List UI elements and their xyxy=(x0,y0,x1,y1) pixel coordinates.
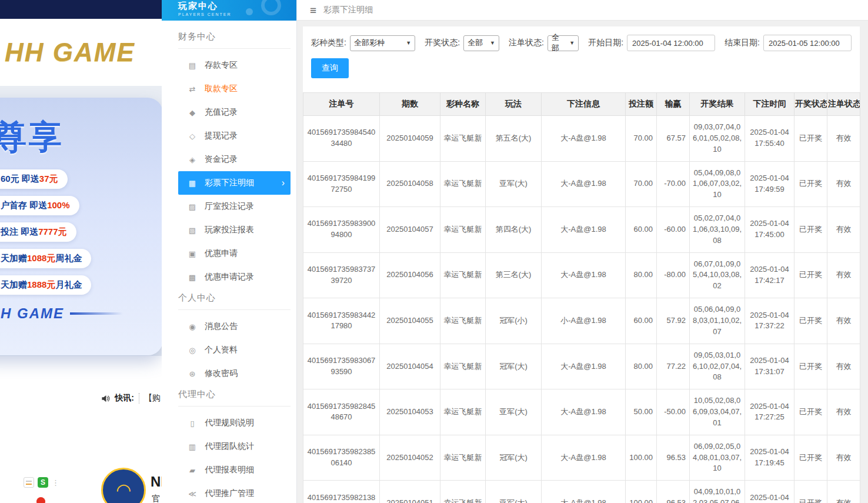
cell-play: 第五名(大) xyxy=(486,116,542,162)
cell-amount: 70.00 xyxy=(626,116,657,162)
column-header: 开奖状态 xyxy=(794,93,827,116)
sidebar-item-recharge-record[interactable]: ◆充值记录 xyxy=(178,101,291,124)
cell-bet_info: 大-A盘@1.98 xyxy=(542,435,626,481)
cell-result: 09,03,07,04,06,01,05,02,08,10 xyxy=(690,116,745,162)
cell-draw_status: 已开奖 xyxy=(794,435,827,481)
sidebar-item-label: 代理团队统计 xyxy=(205,441,285,452)
cell-period: 20250104052 xyxy=(380,435,440,481)
sidebar-item-deposit[interactable]: ▤存款专区 xyxy=(178,54,291,77)
sidebar-item-hall-bet-record[interactable]: ▨厅室投注记录 xyxy=(178,195,291,218)
lottery-type-select[interactable]: 全部彩种 ▼ xyxy=(350,35,415,51)
column-header: 输赢 xyxy=(657,93,690,116)
table-row: 40156917359823850614020250104052幸运飞艇新冠军(… xyxy=(303,435,860,481)
sidebar-item-promo-apply[interactable]: ▣优惠申请 xyxy=(178,242,291,265)
recharge-record-icon: ◆ xyxy=(188,108,197,117)
column-header: 玩法 xyxy=(486,93,542,116)
start-date-input[interactable] xyxy=(627,35,715,51)
sidebar-item-label: 取款专区 xyxy=(205,84,285,94)
start-date-label: 开始日期: xyxy=(588,38,623,48)
sidebar-item-password[interactable]: ⊛修改密码 xyxy=(178,362,291,385)
cell-amount: 80.00 xyxy=(626,344,657,389)
sidebar-item-funds-record[interactable]: ◈资金记录 xyxy=(178,148,291,171)
cell-draw_status: 已开奖 xyxy=(794,298,827,344)
cell-result: 04,09,10,01,02,03,05,07,06,08 xyxy=(690,481,745,503)
sidebar-item-lottery-bet-detail[interactable]: ▦彩票下注明细› xyxy=(178,171,291,195)
sidebar-item-profile[interactable]: ◎个人资料 xyxy=(178,338,291,362)
cell-play: 亚军(大) xyxy=(486,161,542,207)
ticker-text[interactable]: 【购 xyxy=(139,393,161,404)
records-panel: 彩种类型: 全部彩种 ▼ 开奖状态: 全部 ▼ 注单状态: 全部 ▼ xyxy=(303,26,860,503)
cell-bet_status: 有效 xyxy=(827,161,860,207)
team-logo: ◠ xyxy=(101,468,146,503)
cell-bet_status: 有效 xyxy=(827,389,860,435)
end-date-input[interactable] xyxy=(763,35,852,51)
sidebar-item-agent-team[interactable]: ▥代理团队统计 xyxy=(178,435,291,458)
cell-win_loss: -80.00 xyxy=(657,252,690,298)
promo-badge: 天加赠1088元周礼金 xyxy=(0,249,91,268)
hamburger-menu-icon[interactable]: ≡ xyxy=(310,5,316,16)
column-header: 彩种名称 xyxy=(440,93,486,116)
funds-record-icon: ◈ xyxy=(188,155,197,164)
end-date-label: 结束日期: xyxy=(725,38,760,48)
table-row: 40156917359839009480020250104057幸运飞艇新第四名… xyxy=(303,207,860,253)
cell-bet_status: 有效 xyxy=(827,252,860,298)
withdrawal-record-icon: ◇ xyxy=(188,132,197,141)
sidebar-item-agent-promotion[interactable]: ≪代理推广管理 xyxy=(178,482,291,503)
cell-bet_time: 2025-01-04 17:31:07 xyxy=(745,344,794,389)
cell-bet_status: 有效 xyxy=(827,344,860,389)
news-ticker: 快讯: 【购 xyxy=(0,388,162,408)
chevron-right-icon: › xyxy=(282,178,285,188)
promo-apply-icon: ▣ xyxy=(188,249,197,258)
promo-badge: 天加赠1888元月礼金 xyxy=(0,275,91,295)
agent-report-icon: ▰ xyxy=(188,466,197,475)
draw-status-select[interactable]: 全部 ▼ xyxy=(463,35,499,51)
site-logo: HH GAME xyxy=(5,38,135,67)
cell-result: 06,09,02,05,04,08,01,03,07,10 xyxy=(690,435,745,481)
cell-draw_status: 已开奖 xyxy=(794,207,827,253)
sidebar-item-label: 代理推广管理 xyxy=(205,488,285,499)
cell-lottery: 幸运飞艇新 xyxy=(440,344,486,389)
cell-amount: 60.00 xyxy=(626,207,657,253)
column-header: 注单状态 xyxy=(827,93,860,116)
cell-amount: 60.00 xyxy=(626,298,657,344)
cell-bet_time: 2025-01-04 17:49:59 xyxy=(745,161,794,207)
team-name: NE xyxy=(151,474,162,490)
promo-brand: H GAME xyxy=(1,305,162,322)
sidebar-item-announcement[interactable]: ◉消息公告 xyxy=(178,315,291,338)
bubble-decoration xyxy=(246,8,253,15)
sidebar-item-agent-rules[interactable]: ▯代理规则说明 xyxy=(178,411,291,435)
table-row: 40156917359830679359020250104054幸运飞艇新冠军(… xyxy=(303,344,860,389)
promo-badge-list: 60元 即送37元户首存 即送100%投注 即送7777元天加赠1088元周礼金… xyxy=(1,169,162,295)
menu-section-title: 财务中心 xyxy=(178,28,291,49)
table-body: 40156917359845403448020250104059幸运飞艇新第五名… xyxy=(303,116,860,503)
cell-lottery: 幸运飞艇新 xyxy=(440,298,486,344)
promo-panel: 尊享 60元 即送37元户首存 即送100%投注 即送7777元天加赠1088元… xyxy=(0,98,162,355)
cell-draw_status: 已开奖 xyxy=(794,161,827,207)
bet-status-select[interactable]: 全部 ▼ xyxy=(547,35,579,51)
ticker-label: 快讯: xyxy=(115,393,134,404)
sidebar-item-agent-report[interactable]: ▰代理报表明细 xyxy=(178,458,291,482)
sidebar-item-withdrawal-record[interactable]: ◇提现记录 xyxy=(178,124,291,148)
sidebar-item-player-bet-report[interactable]: ▧玩家投注报表 xyxy=(178,218,291,242)
team-logo-row: ◠ NE 官 xyxy=(0,456,162,503)
sidebar-item-withdraw[interactable]: ⇄取款专区 xyxy=(178,77,291,101)
sidebar-menu: 财务中心▤存款专区⇄取款专区◆充值记录◇提现记录◈资金记录▦彩票下注明细›▨厅室… xyxy=(162,21,296,503)
sidebar-item-label: 代理报表明细 xyxy=(205,465,285,475)
query-button[interactable]: 查询 xyxy=(311,58,349,78)
cell-result: 05,04,09,08,01,06,07,03,02,10 xyxy=(690,161,745,207)
cell-amount: 70.00 xyxy=(626,161,657,207)
cell-play: 第四名(大) xyxy=(486,207,542,253)
sidebar-item-label: 优惠申请 xyxy=(205,248,285,259)
agent-promotion-icon: ≪ xyxy=(188,489,197,498)
player-bet-report-icon: ▧ xyxy=(188,226,197,235)
cell-draw_status: 已开奖 xyxy=(794,116,827,162)
background-site: HH GAME 尊享 60元 即送37元户首存 即送100%投注 即送7777元… xyxy=(0,0,162,503)
chevron-down-icon: ▼ xyxy=(406,40,411,46)
sidebar-item-promo-apply-record[interactable]: ▩优惠申请记录 xyxy=(178,265,291,289)
cell-draw_status: 已开奖 xyxy=(794,344,827,389)
draw-status-value: 全部 xyxy=(468,38,483,48)
cell-period: 20250104055 xyxy=(380,298,440,344)
column-header: 下注时间 xyxy=(745,93,794,116)
sidebar-item-label: 存款专区 xyxy=(205,60,285,71)
lottery-bet-detail-icon: ▦ xyxy=(188,179,197,188)
